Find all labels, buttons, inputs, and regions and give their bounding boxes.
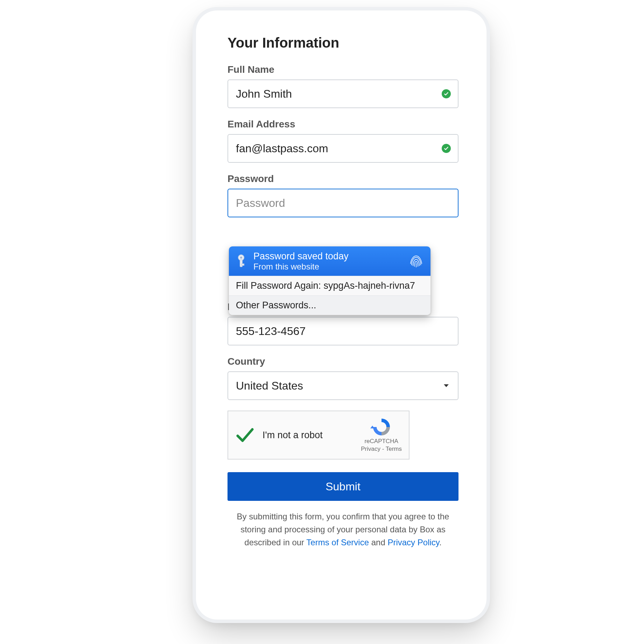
chevron-down-icon	[444, 384, 449, 387]
phone-value: 555-123-4567	[236, 325, 306, 338]
field-full-name: Full Name John Smith	[227, 64, 458, 108]
recaptcha-branding: reCAPTCHA Privacy - Terms	[361, 417, 402, 453]
label-email: Email Address	[227, 119, 458, 130]
recaptcha-links[interactable]: Privacy - Terms	[361, 445, 402, 453]
autofill-fill-again-item[interactable]: Fill Password Again: sypgAs-hajneh-rivna…	[229, 276, 430, 295]
email-value: fan@lastpass.com	[236, 142, 328, 155]
key-icon	[235, 254, 247, 268]
page-title: Your Information	[227, 35, 458, 51]
label-full-name: Full Name	[227, 64, 458, 75]
label-password: Password	[227, 173, 458, 184]
password-placeholder: Password	[236, 197, 285, 210]
terms-of-service-link[interactable]: Terms of Service	[306, 538, 369, 547]
field-email: Email Address fan@lastpass.com	[227, 119, 458, 163]
phone-input[interactable]: 555-123-4567	[227, 317, 458, 345]
disclaimer-mid: and	[369, 538, 387, 547]
privacy-policy-link[interactable]: Privacy Policy	[387, 538, 439, 547]
recaptcha-label: I'm not a robot	[262, 430, 353, 441]
autofill-title: Password saved today	[253, 251, 402, 262]
recaptcha-brand-text: reCAPTCHA	[361, 438, 402, 445]
full-name-value: John Smith	[236, 88, 292, 100]
autofill-saved-password-item[interactable]: Password saved today From this website	[229, 246, 430, 276]
recaptcha-widget[interactable]: I'm not a robot reCAPTCHA Privacy - Term…	[227, 411, 410, 460]
valid-check-icon	[442, 144, 451, 153]
field-password: Password Password	[227, 173, 458, 217]
field-country: Country United States	[227, 356, 458, 400]
valid-check-icon	[442, 89, 451, 98]
password-input[interactable]: Password	[227, 189, 458, 217]
label-country: Country	[227, 356, 458, 367]
email-input[interactable]: fan@lastpass.com	[227, 134, 458, 163]
disclaimer-text: By submitting this form, you confirm tha…	[227, 510, 458, 549]
autofill-other-passwords-item[interactable]: Other Passwords...	[229, 295, 430, 315]
password-autofill-popover: Password saved today From this website F…	[229, 246, 430, 315]
fingerprint-icon	[408, 253, 424, 269]
autofill-subtitle: From this website	[253, 262, 402, 272]
country-value: United States	[236, 379, 303, 392]
svg-rect-4	[241, 264, 244, 265]
submit-button[interactable]: Submit	[227, 472, 458, 501]
full-name-input[interactable]: John Smith	[227, 79, 458, 108]
recaptcha-check-icon	[235, 425, 255, 445]
country-select[interactable]: United States	[227, 371, 458, 400]
svg-point-2	[240, 257, 242, 259]
disclaimer-post: .	[439, 538, 442, 547]
recaptcha-logo-icon	[370, 417, 393, 436]
